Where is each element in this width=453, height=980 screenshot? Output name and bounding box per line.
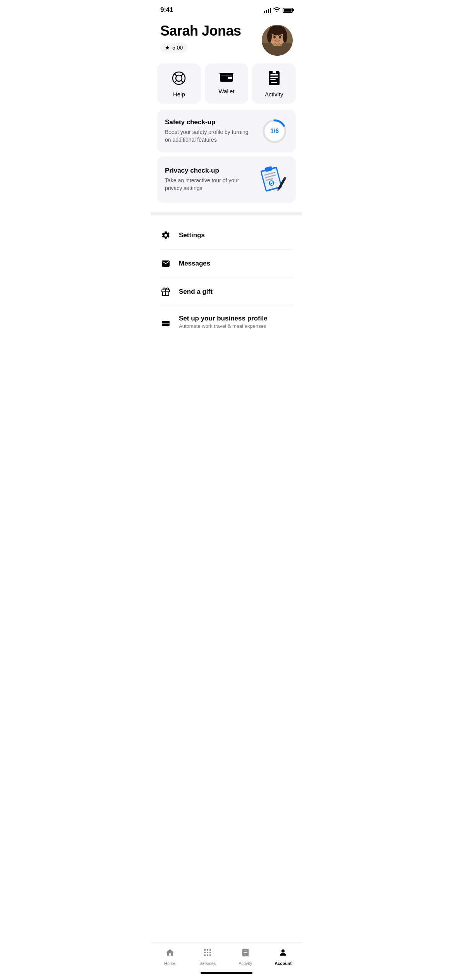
safety-progress-circle: 1/6 (261, 118, 288, 145)
safety-checkup-desc: Boost your safety profile by turning on … (165, 128, 255, 144)
safety-checkup-title: Safety check-up (165, 118, 255, 126)
help-icon (172, 71, 186, 87)
wallet-label: Wallet (218, 88, 234, 94)
gift-menu-item[interactable]: Send a gift (160, 278, 293, 306)
svg-line-12 (175, 74, 177, 76)
svg-rect-22 (270, 74, 278, 75)
safety-checkup-text: Safety check-up Boost your safety profil… (165, 118, 261, 144)
business-menu-title: Set up your business profile (179, 315, 268, 322)
settings-menu-text: Settings (179, 231, 205, 239)
gift-icon (160, 286, 171, 297)
battery-icon (283, 8, 293, 13)
avatar[interactable] (262, 25, 293, 56)
header-section: Sarah Jonas ★ 5.00 (151, 19, 302, 63)
wallet-icon (220, 71, 233, 84)
privacy-checkup-title: Privacy check-up (165, 167, 251, 175)
avatar-image (262, 25, 293, 56)
wallet-action-card[interactable]: Wallet (205, 63, 249, 104)
svg-point-7 (283, 30, 287, 43)
messages-menu-title: Messages (179, 260, 210, 267)
menu-section: Settings Messages Send a gift (151, 221, 302, 338)
privacy-checkup-card[interactable]: Privacy check-up Take an interactive tou… (157, 156, 296, 203)
privacy-checkup-text: Privacy check-up Take an interactive tou… (165, 167, 257, 192)
status-time: 9:41 (160, 6, 173, 14)
activity-action-card[interactable]: Activity (252, 63, 296, 104)
business-menu-subtitle: Automate work travel & meal expenses (179, 323, 268, 329)
gift-menu-text: Send a gift (179, 288, 213, 296)
business-profile-menu-item[interactable]: Set up your business profile Automate wo… (160, 306, 293, 338)
svg-rect-24 (270, 79, 276, 80)
activity-icon (268, 71, 280, 87)
activity-label: Activity (265, 91, 283, 98)
help-label: Help (173, 91, 185, 98)
signal-bars-icon (264, 7, 271, 13)
business-menu-text: Set up your business profile Automate wo… (179, 315, 268, 329)
svg-rect-25 (271, 82, 277, 83)
settings-menu-title: Settings (179, 231, 205, 239)
svg-line-15 (181, 81, 184, 83)
svg-point-9 (279, 36, 281, 39)
quick-actions: Help Wallet (151, 63, 302, 110)
svg-point-8 (273, 36, 276, 39)
svg-line-13 (181, 74, 184, 76)
checkup-section: Safety check-up Boost your safety profil… (151, 110, 302, 206)
section-divider (151, 212, 302, 215)
user-name: Sarah Jonas (160, 23, 241, 39)
svg-point-11 (176, 75, 182, 81)
svg-rect-23 (270, 77, 278, 78)
settings-icon (160, 230, 171, 241)
settings-menu-item[interactable]: Settings (160, 221, 293, 250)
messages-menu-item[interactable]: Messages (160, 250, 293, 278)
safety-progress-text: 1/6 (270, 128, 279, 135)
svg-rect-18 (220, 73, 233, 74)
safety-checkup-card[interactable]: Safety check-up Boost your safety profil… (157, 110, 296, 152)
rating-value: 5.00 (172, 45, 183, 51)
svg-point-6 (267, 30, 272, 43)
status-bar: 9:41 (151, 0, 302, 19)
status-icons (264, 7, 293, 14)
wifi-icon (273, 7, 280, 14)
svg-rect-19 (228, 77, 232, 79)
svg-line-14 (175, 81, 177, 83)
header-left: Sarah Jonas ★ 5.00 (160, 23, 241, 53)
rating-badge: ★ 5.00 (160, 43, 187, 53)
privacy-illustration (257, 164, 288, 195)
messages-icon (160, 258, 171, 269)
svg-rect-20 (221, 75, 232, 76)
help-action-card[interactable]: Help (157, 63, 201, 104)
gift-menu-title: Send a gift (179, 288, 213, 296)
briefcase-icon (160, 317, 171, 327)
svg-point-5 (269, 26, 285, 35)
privacy-checkup-desc: Take an interactive tour of your privacy… (165, 177, 251, 192)
messages-menu-text: Messages (179, 260, 210, 267)
star-icon: ★ (165, 45, 170, 51)
